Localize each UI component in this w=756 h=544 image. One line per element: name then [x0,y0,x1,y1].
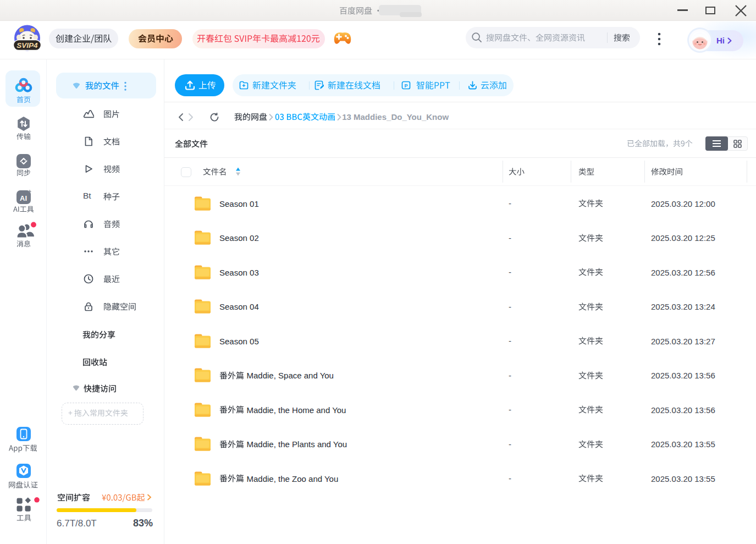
svg-text:P: P [404,83,407,89]
svg-text:SVIP4: SVIP4 [16,41,38,50]
svg-text:AI: AI [20,194,27,202]
